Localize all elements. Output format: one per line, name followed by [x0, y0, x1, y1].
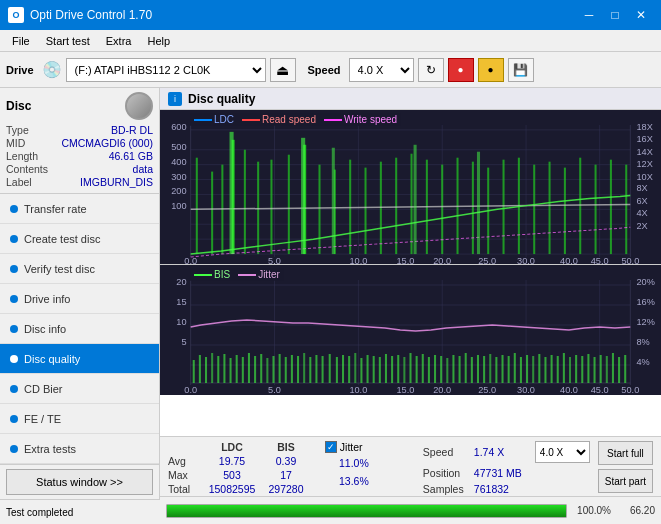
jitter-legend-item: Jitter [238, 269, 280, 280]
svg-rect-49 [288, 155, 290, 254]
stats-avg-label: Avg [168, 455, 203, 467]
stats-max-row: Max 503 17 [168, 469, 317, 481]
menu-start-test[interactable]: Start test [38, 33, 98, 49]
svg-rect-77 [477, 152, 480, 254]
nav-dot [10, 205, 18, 213]
svg-rect-159 [489, 354, 491, 383]
svg-text:12%: 12% [636, 317, 654, 327]
svg-rect-51 [318, 165, 320, 254]
color2-button[interactable]: ● [478, 58, 504, 82]
start-full-button[interactable]: Start full [598, 441, 653, 465]
menu-extra[interactable]: Extra [98, 33, 140, 49]
svg-rect-165 [526, 355, 528, 383]
minimize-button[interactable]: ─ [577, 5, 601, 25]
svg-rect-156 [471, 357, 473, 383]
svg-text:400: 400 [171, 157, 186, 167]
disc-panel-title: Disc [6, 99, 31, 113]
nav-dot [10, 235, 18, 243]
svg-text:5: 5 [181, 337, 186, 347]
bis-legend-label: BIS [214, 269, 230, 280]
content-area: i Disc quality LDC Read speed [160, 88, 661, 524]
nav-extra-tests[interactable]: Extra tests [0, 434, 159, 464]
drive-icon: 💿 [42, 60, 62, 79]
sidebar-progress-label: Test completed [6, 507, 73, 518]
svg-rect-56 [395, 158, 397, 254]
bis-chart-legend: BIS Jitter [190, 268, 284, 281]
svg-rect-75 [332, 148, 335, 254]
svg-rect-73 [230, 132, 234, 254]
svg-text:15.0: 15.0 [396, 385, 414, 395]
svg-text:10: 10 [176, 317, 186, 327]
eject-button[interactable]: ⏏ [270, 58, 296, 82]
svg-rect-114 [211, 353, 213, 383]
stats-header-row: LDC BIS [168, 441, 317, 453]
nav-disc-info-label: Disc info [24, 323, 66, 335]
bis-chart-svg: 20 15 10 5 20% 16% 12% 8% 4% 0.0 5.0 10.… [160, 265, 661, 395]
svg-rect-168 [544, 357, 546, 383]
svg-rect-154 [459, 356, 461, 383]
speed-stat-label: Speed [423, 446, 468, 458]
svg-rect-123 [266, 358, 268, 383]
svg-text:25.0: 25.0 [478, 385, 496, 395]
svg-text:300: 300 [171, 172, 186, 182]
speed-select[interactable]: 4.0 X [349, 58, 414, 82]
svg-rect-151 [440, 356, 442, 383]
nav-transfer-rate[interactable]: Transfer rate [0, 194, 159, 224]
read-speed-legend-item: Read speed [242, 114, 316, 125]
drive-select[interactable]: (F:) ATAPI iHBS112 2 CL0K [66, 58, 266, 82]
disc-mid-label: MID [6, 137, 25, 149]
svg-rect-122 [260, 354, 262, 383]
svg-text:4X: 4X [636, 208, 647, 218]
bis-chart-section: BIS Jitter [160, 265, 661, 395]
color1-button[interactable]: ● [448, 58, 474, 82]
svg-rect-179 [612, 353, 614, 383]
nav-drive-info[interactable]: Drive info [0, 284, 159, 314]
svg-rect-136 [348, 356, 350, 383]
nav-cd-bier[interactable]: CD Bier [0, 374, 159, 404]
svg-rect-147 [416, 356, 418, 383]
stats-max-bis: 17 [261, 469, 311, 481]
disc-length-row: Length 46.61 GB [6, 150, 153, 162]
maximize-button[interactable]: □ [603, 5, 627, 25]
svg-text:10.0: 10.0 [349, 256, 367, 264]
svg-rect-43 [211, 172, 213, 254]
position-label: Position [423, 467, 468, 479]
svg-text:100: 100 [171, 201, 186, 211]
start-part-button[interactable]: Start part [598, 469, 653, 493]
nav-fe-te[interactable]: FE / TE [0, 404, 159, 434]
status-window-button[interactable]: Status window >> [6, 469, 153, 495]
svg-rect-153 [452, 355, 454, 383]
ldc-col-header: LDC [207, 441, 257, 453]
refresh-button[interactable]: ↻ [418, 58, 444, 82]
svg-rect-173 [575, 355, 577, 383]
disc-label-label: Label [6, 176, 32, 188]
nav-drive-info-label: Drive info [24, 293, 70, 305]
svg-rect-132 [322, 356, 324, 383]
svg-rect-74 [301, 138, 305, 254]
disc-length-label: Length [6, 150, 38, 162]
svg-text:20%: 20% [636, 277, 654, 287]
stats-avg-row: Avg 19.75 0.39 [168, 455, 317, 467]
svg-rect-157 [477, 355, 479, 383]
menu-file[interactable]: File [4, 33, 38, 49]
svg-rect-150 [434, 355, 436, 383]
svg-rect-61 [472, 162, 474, 254]
svg-rect-171 [563, 353, 565, 383]
close-button[interactable]: ✕ [629, 5, 653, 25]
save-button[interactable]: 💾 [508, 58, 534, 82]
svg-rect-145 [403, 357, 405, 383]
svg-rect-139 [367, 355, 369, 383]
svg-text:30.0: 30.0 [517, 385, 535, 395]
jitter-checkbox[interactable]: ✓ [325, 441, 337, 453]
nav-disc-info[interactable]: Disc info [0, 314, 159, 344]
nav-disc-quality[interactable]: Disc quality [0, 344, 159, 374]
charts-area: LDC Read speed Write speed [160, 110, 661, 436]
menu-help[interactable]: Help [139, 33, 178, 49]
disc-mid-value: CMCMAGDI6 (000) [61, 137, 153, 149]
svg-rect-127 [291, 355, 293, 383]
main-layout: Disc Type BD-R DL MID CMCMAGDI6 (000) Le… [0, 88, 661, 524]
nav-verify-test-disc[interactable]: Verify test disc [0, 254, 159, 284]
speed-combo-select[interactable]: 4.0 X [535, 441, 590, 463]
svg-text:50.0: 50.0 [621, 385, 639, 395]
nav-create-test-disc[interactable]: Create test disc [0, 224, 159, 254]
